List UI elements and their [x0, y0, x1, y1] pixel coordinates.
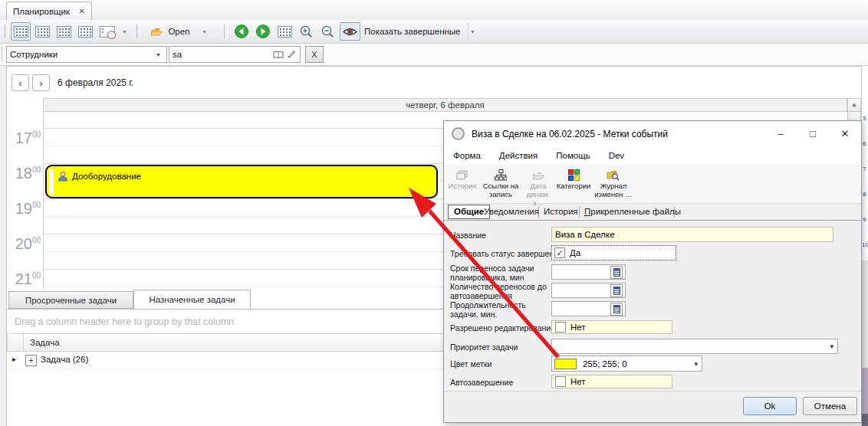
tab-overdue-tasks[interactable]: Просроченные задачи	[8, 291, 133, 309]
filter-grip[interactable]	[2, 47, 5, 61]
calculator-button[interactable]	[610, 266, 623, 279]
view-dropdown-button[interactable]: ▾	[120, 22, 130, 41]
calculator-button[interactable]	[610, 284, 623, 297]
transfer-count-input[interactable]	[551, 283, 626, 298]
calculator-button[interactable]	[610, 303, 623, 316]
close-icon: ✕	[841, 128, 850, 139]
record-links-button[interactable]: Ссылки назапись	[479, 167, 522, 199]
goto-date-button[interactable]	[275, 22, 294, 41]
history-button[interactable]: История	[446, 167, 479, 191]
zoom-out-button[interactable]	[317, 22, 337, 41]
show-completed-dropdown[interactable]: ▾	[468, 22, 478, 41]
toolbar-grip[interactable]	[136, 25, 140, 38]
view-week-button[interactable]	[54, 22, 74, 41]
edit-allowed-label: Разрешено редактирование	[450, 323, 551, 333]
name-field[interactable]: Виза в Сделке	[551, 227, 833, 242]
checkbox-checked-icon[interactable]: ✓	[554, 247, 565, 258]
checkbox-unchecked-icon[interactable]	[555, 322, 566, 333]
open-button[interactable]: Open	[143, 22, 198, 41]
side-number: 5	[863, 115, 866, 122]
event-status-strip	[49, 169, 54, 195]
row-focus-icon: ▸	[12, 355, 16, 363]
postpone-input[interactable]	[551, 264, 626, 280]
dynamic-date-button[interactable]: Датадинам. з…	[522, 167, 554, 208]
tab-attachments[interactable]: Прикрепленные файлы	[584, 207, 681, 216]
hour-label-18: 1800	[8, 165, 41, 181]
color-swatch	[554, 359, 577, 369]
show-completed-label: Показать завершенные	[364, 27, 461, 36]
search-input-value: sa	[173, 50, 182, 59]
side-number: 8	[863, 191, 866, 198]
background-strip: 5 6 7 8 9 10	[862, 66, 868, 426]
label-color-label: Цвет метки	[450, 359, 551, 369]
book-icon[interactable]	[273, 51, 284, 59]
tab-close-icon[interactable]: ✕	[79, 7, 85, 15]
checkbox-unchecked-icon[interactable]	[555, 376, 566, 387]
day-column-header[interactable]: четверг, 6 февраля	[43, 98, 847, 112]
postpone-label: Срок переноса задачи планировщика, мин	[450, 264, 551, 283]
search-input[interactable]: sa	[169, 46, 301, 63]
zoom-in-icon	[300, 25, 313, 38]
side-number: 10	[862, 241, 868, 248]
toolbar-grip[interactable]	[5, 25, 8, 38]
open-folder-icon	[150, 27, 163, 37]
tab-planner[interactable]: Планировщик ✕	[6, 2, 92, 20]
label-color-dropdown[interactable]: 255; 255; 0 ▾	[551, 356, 702, 372]
pencil-icon[interactable]	[287, 50, 297, 59]
timeline-clock-icon	[100, 26, 115, 38]
clear-filter-button[interactable]: X	[305, 46, 324, 63]
side-number: 7	[863, 165, 866, 172]
calendar-day-icon	[14, 26, 28, 38]
view-workweek-button[interactable]	[32, 22, 52, 41]
column-header-task-label: Задача	[30, 338, 60, 347]
forward-icon	[256, 25, 270, 38]
view-day-button[interactable]	[11, 22, 31, 41]
chevron-left-icon: ‹	[18, 77, 21, 89]
maximize-button[interactable]: □	[801, 125, 824, 142]
prev-day-button[interactable]: ‹	[12, 74, 29, 91]
toolbar-grip[interactable]	[224, 25, 228, 38]
show-completed-toggle[interactable]	[340, 22, 360, 41]
zoom-in-button[interactable]	[296, 22, 316, 41]
cancel-button[interactable]: Отмена	[803, 397, 857, 415]
chevron-down-icon: ▾	[694, 360, 699, 368]
require-status-label: Требовать статус завершения	[450, 249, 551, 258]
dialog-icon	[452, 127, 465, 140]
folder-gray-icon	[532, 171, 545, 181]
dialog-titlebar[interactable]: Виза в Сделке на 06.02.2025 - Метки собы…	[444, 121, 861, 146]
edit-allowed-checkbox-field[interactable]: Нет	[551, 320, 672, 334]
change-log-button[interactable]: Журнализменен …	[593, 167, 634, 199]
side-number: 6	[863, 140, 866, 147]
require-status-checkbox-field[interactable]: ✓ Да	[551, 245, 676, 261]
menu-form[interactable]: Форма	[453, 151, 481, 160]
expand-icon[interactable]: +	[25, 355, 37, 366]
calendar-icon	[278, 26, 292, 38]
entity-combobox[interactable]: Сотрудники ▾	[6, 46, 167, 63]
menu-actions[interactable]: Действия	[499, 151, 538, 160]
tab-notifications[interactable]: Уведомления	[484, 207, 539, 216]
appointment-event[interactable]: Дооборудование	[45, 165, 438, 198]
navigate-forward-button[interactable]	[253, 22, 273, 41]
minimize-button[interactable]: –	[769, 125, 792, 142]
priority-dropdown[interactable]: ▾	[551, 339, 838, 354]
tab-history[interactable]: История	[544, 207, 578, 216]
scroll-up-button[interactable]: ▲	[848, 99, 860, 112]
hour-label-20: 2000	[8, 236, 41, 251]
categories-button[interactable]: Категории	[554, 167, 593, 191]
duration-input[interactable]	[551, 301, 626, 316]
autocomplete-checkbox-field[interactable]: Нет	[551, 375, 672, 388]
next-day-button[interactable]: ›	[32, 74, 50, 91]
maximize-icon: □	[810, 128, 816, 139]
ok-button[interactable]: Ok	[743, 397, 797, 415]
menu-dev[interactable]: Dev	[609, 151, 624, 160]
calculator-icon	[613, 287, 620, 295]
tab-assigned-tasks[interactable]: Назначенные задачи	[133, 290, 251, 309]
hour-label-19: 1900	[8, 201, 41, 216]
view-month-button[interactable]	[75, 22, 95, 41]
view-timeline-button[interactable]	[97, 22, 118, 41]
navigate-back-button[interactable]	[232, 22, 252, 41]
menu-help[interactable]: Помощь	[556, 151, 590, 160]
close-button[interactable]: ✕	[833, 125, 856, 142]
show-completed-label-button[interactable]: Показать завершенные	[360, 22, 468, 41]
open-dropdown-button[interactable]: ▾	[199, 22, 209, 41]
